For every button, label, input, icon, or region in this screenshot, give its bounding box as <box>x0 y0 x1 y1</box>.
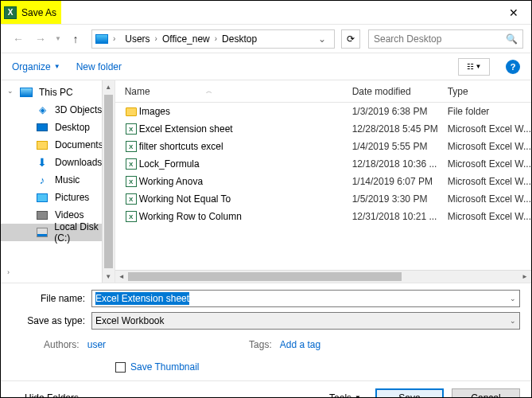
dropdown-icon[interactable]: ⌄ <box>510 317 516 325</box>
tree-desktop[interactable]: Desktop <box>1 119 115 136</box>
list-scrollbar[interactable]: ◄ ► <box>115 270 531 283</box>
expand-icon[interactable]: › <box>7 268 10 276</box>
file-type: Microsoft Excel W... <box>448 158 531 170</box>
file-name: filter shortcuts excel <box>139 141 352 152</box>
chevron-down-icon: ▼ <box>54 63 60 70</box>
header-type[interactable]: Type <box>441 86 531 97</box>
tree-local-disk[interactable]: › Local Disk (C:) <box>1 224 115 241</box>
breadcrumb[interactable]: › Users › Office_new › Desktop ⌄ <box>91 29 335 49</box>
window-title: Save As <box>21 7 56 18</box>
breadcrumb-dropdown-icon[interactable]: ⌄ <box>313 33 331 45</box>
scroll-right-icon[interactable]: ► <box>518 271 531 283</box>
file-name: Lock_Formula <box>139 158 352 170</box>
help-button[interactable]: ? <box>506 60 520 74</box>
chevron-icon: › <box>110 34 118 43</box>
savetype-value: Excel Workbook <box>95 315 164 326</box>
header-name[interactable]: Name ︿ <box>115 86 346 97</box>
save-button[interactable]: Save <box>375 388 444 399</box>
search-input[interactable]: Search Desktop 🔍 <box>368 29 523 49</box>
expand-icon[interactable]: ⌄ <box>7 87 14 95</box>
title-highlight: X Save As <box>1 1 61 24</box>
authors-value[interactable]: user <box>87 339 106 350</box>
pc-icon <box>95 34 108 44</box>
file-type: Microsoft Excel W... <box>448 176 531 187</box>
breadcrumb-seg[interactable]: Desktop <box>220 33 258 45</box>
cancel-button[interactable]: Cancel <box>452 388 520 399</box>
tree-scrollbar[interactable]: ▲ ▼ <box>102 80 115 283</box>
tree-music[interactable]: ♪ Music <box>1 171 115 189</box>
file-row[interactable]: filter shortcuts excel1/4/2019 5:55 PMMi… <box>115 138 531 155</box>
excel-file-icon <box>126 158 137 170</box>
excel-file-icon <box>126 193 137 205</box>
search-icon: 🔍 <box>506 33 518 45</box>
file-row[interactable]: Excel Extension sheet12/28/2018 5:45 PMM… <box>115 120 531 138</box>
breadcrumb-seg[interactable]: Users <box>123 33 151 45</box>
toolbar: Organize ▼ New folder ☷▼ ? <box>1 53 531 80</box>
savetype-select[interactable]: Excel Workbook ⌄ <box>91 312 520 330</box>
new-folder-button[interactable]: New folder <box>76 61 122 72</box>
footer: ︿ Hide Folders Tools ▼ Save Cancel <box>1 380 531 398</box>
file-row[interactable]: Working Row to Column12/31/2018 10:21 ..… <box>115 208 531 225</box>
disk-icon <box>37 228 48 237</box>
chevron-up-icon: ︿ <box>12 392 20 399</box>
file-date: 12/31/2018 10:21 ... <box>352 211 448 222</box>
column-headers: Name ︿ Date modified Type <box>115 80 531 103</box>
file-date: 1/14/2019 6:07 PM <box>352 176 448 187</box>
sort-indicator-icon: ︿ <box>206 87 212 96</box>
filename-input[interactable]: Excel Extension sheet ⌄ <box>91 290 520 307</box>
navbar: ← → ▼ ↑ › Users › Office_new › Desktop ⌄… <box>1 25 531 53</box>
download-icon: ⬇ <box>36 156 49 169</box>
file-row[interactable]: Images1/3/2019 6:38 PMFile folder <box>115 103 531 120</box>
file-type: Microsoft Excel W... <box>448 141 531 152</box>
save-thumbnail-label: Save Thumbnail <box>130 361 200 373</box>
refresh-button[interactable]: ⟳ <box>341 29 360 49</box>
hide-folders-button[interactable]: ︿ Hide Folders <box>12 392 79 399</box>
file-date: 12/28/2018 5:45 PM <box>352 123 448 135</box>
tree-3d-objects[interactable]: ◈ 3D Objects <box>1 101 115 119</box>
tree-this-pc[interactable]: ⌄ This PC <box>1 84 115 101</box>
save-thumbnail-checkbox[interactable] <box>115 362 126 373</box>
tags-value[interactable]: Add a tag <box>280 339 320 350</box>
breadcrumb-seg[interactable]: Office_new <box>161 33 212 45</box>
file-date: 1/5/2019 3:30 PM <box>352 193 448 205</box>
organize-menu[interactable]: Organize ▼ <box>12 61 60 72</box>
chevron-down-icon: ▼ <box>355 394 361 398</box>
tree-downloads[interactable]: ⬇ Downloads <box>1 154 115 171</box>
file-type: File folder <box>448 106 531 117</box>
file-row[interactable]: Lock_Formula12/18/2018 10:36 ...Microsof… <box>115 155 531 173</box>
file-date: 1/3/2019 6:38 PM <box>352 106 448 117</box>
scroll-down-icon[interactable]: ▼ <box>103 270 115 283</box>
tree-pictures[interactable]: Pictures <box>1 189 115 206</box>
view-options-button[interactable]: ☷▼ <box>458 58 490 76</box>
file-type: Microsoft Excel W... <box>448 193 531 205</box>
history-dropdown[interactable]: ▼ <box>53 35 63 42</box>
music-icon: ♪ <box>36 174 49 186</box>
tools-menu[interactable]: Tools ▼ <box>329 392 361 399</box>
dropdown-icon[interactable]: ⌄ <box>510 295 516 302</box>
file-name: Images <box>139 106 352 117</box>
excel-file-icon <box>126 176 137 187</box>
file-row[interactable]: Working Not Equal To1/5/2019 3:30 PMMicr… <box>115 190 531 208</box>
excel-file-icon <box>126 211 137 222</box>
excel-file-icon <box>126 141 137 152</box>
back-button[interactable]: ← <box>9 29 28 49</box>
file-name: Working Not Equal To <box>139 193 352 205</box>
header-date[interactable]: Date modified <box>346 86 441 97</box>
scroll-thumb[interactable] <box>104 95 113 268</box>
file-row[interactable]: Working Anova1/14/2019 6:07 PMMicrosoft … <box>115 173 531 190</box>
close-button[interactable]: ✕ <box>495 1 531 24</box>
bottom-panel: File name: Excel Extension sheet ⌄ Save … <box>1 283 531 380</box>
files-container: Images1/3/2019 6:38 PMFile folderExcel E… <box>115 103 531 270</box>
scroll-left-icon[interactable]: ◄ <box>115 271 128 283</box>
tree-documents[interactable]: Documents <box>1 136 115 154</box>
tags-label: Tags: <box>249 339 272 350</box>
folder-icon <box>126 107 137 116</box>
folder-icon <box>37 141 48 150</box>
chevron-icon: › <box>152 34 161 43</box>
up-button[interactable]: ↑ <box>66 29 85 49</box>
scroll-up-icon[interactable]: ▲ <box>103 80 115 93</box>
forward-button[interactable]: → <box>31 29 50 49</box>
search-placeholder: Search Desktop <box>374 33 441 45</box>
file-type: Microsoft Excel W... <box>448 123 531 135</box>
scroll-thumb[interactable] <box>128 272 402 281</box>
